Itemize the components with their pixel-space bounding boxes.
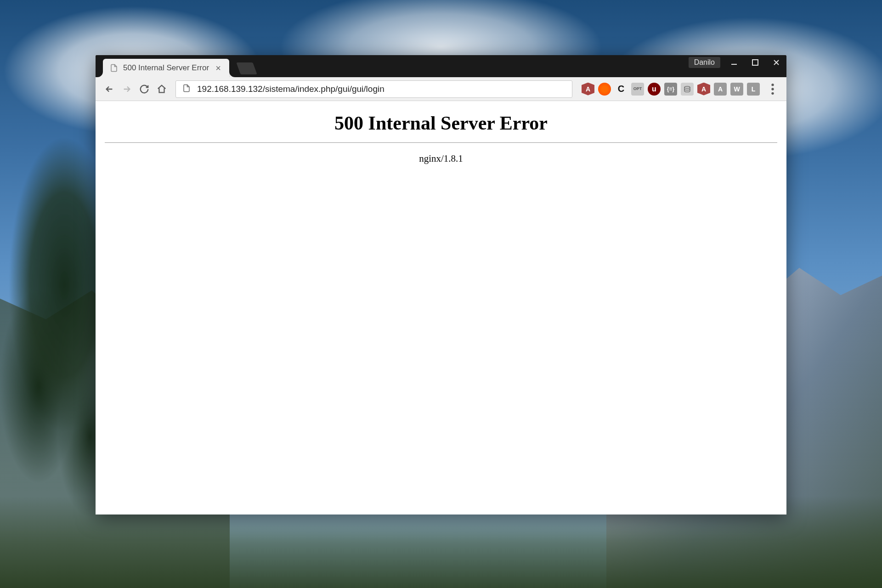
db-icon[interactable]: [681, 83, 694, 96]
svg-rect-1: [752, 60, 758, 65]
error-heading: 500 Internal Server Error: [105, 112, 777, 134]
svg-point-5: [771, 92, 774, 94]
opt-icon[interactable]: OPT: [631, 83, 644, 96]
address-bar[interactable]: [175, 80, 572, 98]
ublock-icon[interactable]: u: [648, 83, 661, 96]
c-icon[interactable]: C: [615, 83, 628, 96]
svg-point-2: [684, 86, 690, 88]
angular2-icon[interactable]: A: [697, 83, 710, 96]
home-button[interactable]: [154, 82, 169, 96]
browser-tab[interactable]: 500 Internal Server Error ×: [103, 59, 229, 77]
svg-point-3: [771, 84, 774, 86]
close-tab-button[interactable]: ×: [214, 63, 223, 74]
file-icon: [182, 84, 191, 94]
browser-toolbar: A C OPT u {=} A A W L: [96, 77, 786, 101]
browser-window: 500 Internal Server Error × Danilo: [96, 55, 786, 514]
tab-title: 500 Internal Server Error: [123, 63, 209, 73]
reload-button[interactable]: [137, 82, 152, 96]
minimize-button[interactable]: [724, 56, 744, 69]
profile-badge[interactable]: Danilo: [689, 57, 720, 68]
back-button[interactable]: [102, 82, 117, 96]
brave-icon[interactable]: [598, 83, 611, 96]
browser-titlebar[interactable]: 500 Internal Server Error × Danilo: [96, 55, 786, 77]
svg-point-4: [771, 88, 774, 90]
divider: [105, 142, 777, 143]
url-input[interactable]: [197, 84, 565, 94]
a-square-icon[interactable]: A: [714, 83, 727, 96]
menu-button[interactable]: [765, 82, 780, 96]
extension-icons: A C OPT u {=} A A W L: [579, 83, 763, 96]
forward-button[interactable]: [119, 82, 134, 96]
l-square-icon[interactable]: L: [747, 83, 760, 96]
w-square-icon[interactable]: W: [730, 83, 743, 96]
window-controls: Danilo: [689, 55, 786, 70]
page-content: 500 Internal Server Error nginx/1.8.1: [96, 101, 786, 514]
braces-icon[interactable]: {=}: [664, 83, 677, 96]
maximize-button[interactable]: [745, 56, 765, 69]
server-info: nginx/1.8.1: [105, 153, 777, 164]
close-window-button[interactable]: [766, 56, 786, 69]
angular-icon[interactable]: A: [582, 83, 594, 96]
svg-rect-0: [731, 64, 737, 65]
file-icon: [109, 63, 119, 73]
new-tab-button[interactable]: [236, 62, 257, 74]
